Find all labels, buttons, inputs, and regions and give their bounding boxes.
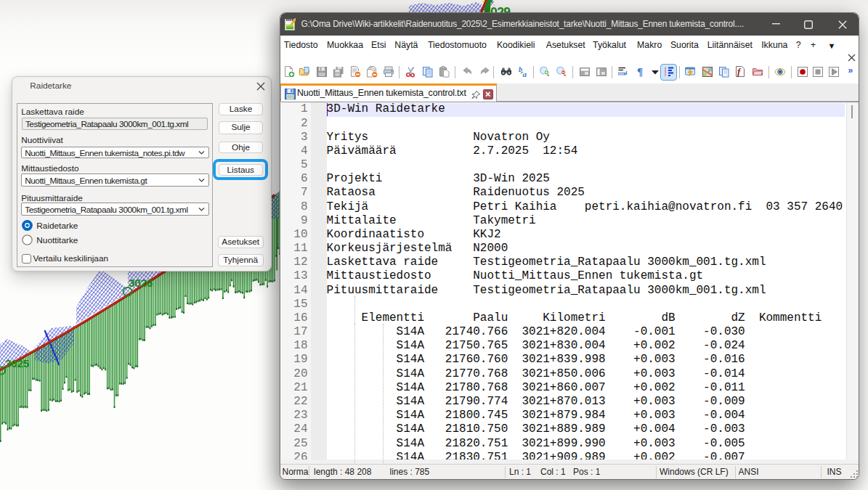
svg-text:b: b [519,65,522,73]
svg-text:3026: 3026 [129,277,153,289]
svg-text:a: a [522,69,527,78]
svg-text:¶: ¶ [637,66,643,78]
svg-text:3025: 3025 [5,357,30,369]
